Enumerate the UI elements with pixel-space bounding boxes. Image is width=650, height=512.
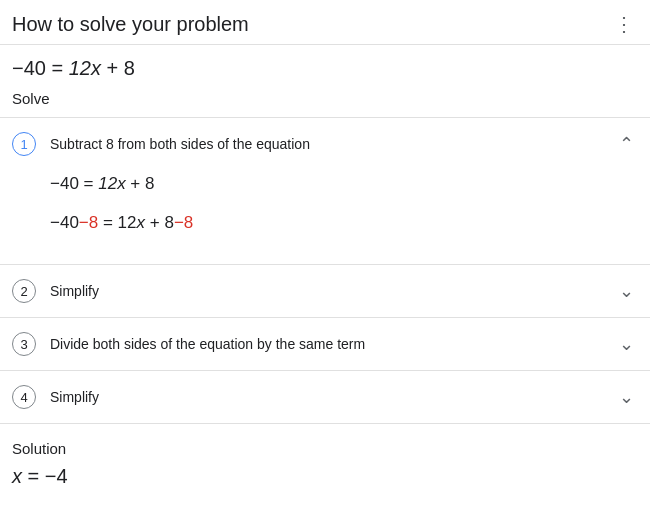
step-3-label: Divide both sides of the equation by the… — [50, 336, 365, 352]
solution-label: Solution — [12, 440, 638, 457]
steps-container: 1 Subtract 8 from both sides of the equa… — [0, 117, 650, 424]
step-1-row[interactable]: 1 Subtract 8 from both sides of the equa… — [0, 118, 650, 170]
solution-section: Solution x = −4 — [0, 424, 650, 496]
step-3-number: 3 — [12, 332, 36, 356]
step-2-label: Simplify — [50, 283, 99, 299]
solution-equation: x = −4 — [12, 465, 638, 488]
main-equation: −40 = 12x + 8 — [0, 45, 650, 84]
step-3-row[interactable]: 3 Divide both sides of the equation by t… — [0, 318, 650, 371]
solve-label: Solve — [0, 84, 650, 117]
step-1-content: −40 = 12x + 8 −40−8 = 12x + 8−8 — [0, 170, 650, 265]
step-4-row[interactable]: 4 Simplify ⌄ — [0, 371, 650, 424]
chevron-down-icon-2: ⌄ — [619, 280, 634, 302]
step-1-number: 1 — [12, 132, 36, 156]
step-4-label: Simplify — [50, 389, 99, 405]
step-1-label: Subtract 8 from both sides of the equati… — [50, 136, 310, 152]
chevron-up-icon: ⌃ — [619, 133, 634, 155]
chevron-down-icon-3: ⌄ — [619, 333, 634, 355]
step-2-number: 2 — [12, 279, 36, 303]
step-1-line-1: −40 = 12x + 8 — [50, 170, 634, 197]
chevron-down-icon-4: ⌄ — [619, 386, 634, 408]
step-4-number: 4 — [12, 385, 36, 409]
page-title: How to solve your problem — [12, 10, 249, 38]
step-2-row[interactable]: 2 Simplify ⌄ — [0, 265, 650, 318]
step-1-line-2: −40−8 = 12x + 8−8 — [50, 209, 634, 236]
menu-icon[interactable]: ⋮ — [610, 8, 638, 40]
header: How to solve your problem ⋮ — [0, 0, 650, 45]
